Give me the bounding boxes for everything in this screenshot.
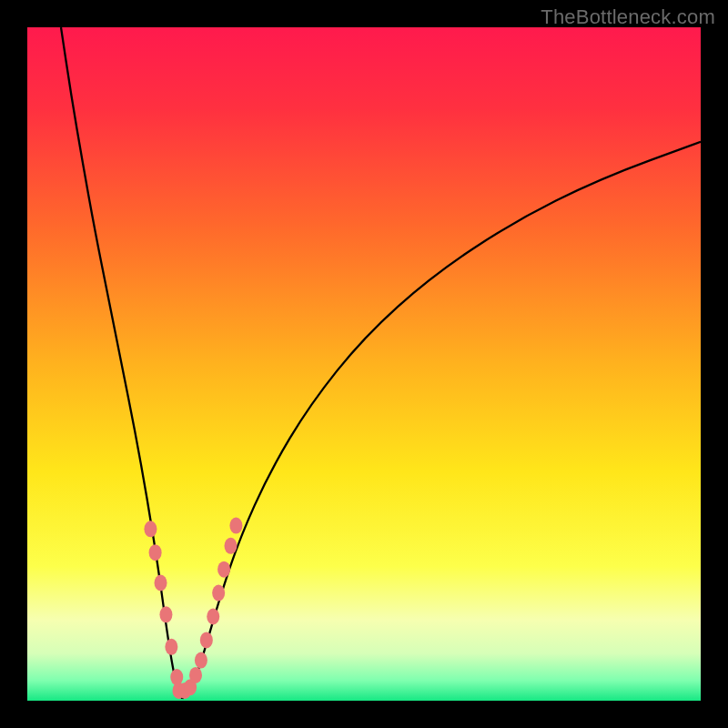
data-markers: [27, 27, 701, 701]
data-marker: [229, 518, 242, 534]
data-marker: [165, 639, 177, 655]
data-marker: [144, 521, 157, 537]
chart-frame: TheBottleneck.com: [0, 0, 728, 728]
data-marker: [212, 585, 225, 602]
data-marker: [224, 538, 237, 554]
data-marker: [155, 575, 167, 592]
data-marker: [200, 632, 213, 648]
data-marker: [207, 609, 219, 625]
data-marker: [149, 544, 162, 561]
data-marker: [195, 652, 207, 669]
data-marker: [189, 667, 202, 683]
data-marker: [159, 606, 172, 622]
data-marker: [217, 561, 230, 578]
plot-area: [27, 27, 701, 701]
watermark-text: TheBottleneck.com: [541, 5, 715, 29]
